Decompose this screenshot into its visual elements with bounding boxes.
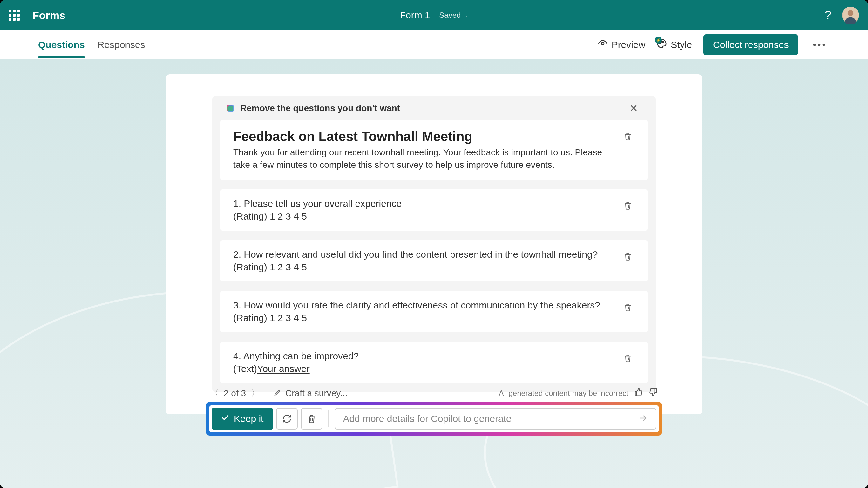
thumbs-up-icon[interactable] (634, 388, 643, 399)
delete-q3-button[interactable] (621, 300, 635, 316)
question-text: 1. Please tell us your overall experienc… (233, 198, 615, 209)
rating-values: 1 2 3 4 5 (270, 211, 307, 221)
prev-icon[interactable]: 〈 (210, 388, 219, 399)
help-icon[interactable]: ? (825, 8, 831, 22)
question-text: 2. How relevant and useful did you find … (233, 249, 615, 260)
form-title: Form 1 (400, 10, 430, 21)
copilot-icon (225, 103, 235, 113)
delete-q2-button[interactable] (621, 249, 635, 265)
rating-values: 1 2 3 4 5 (270, 262, 307, 272)
copilot-panel: Remove the questions you don't want ✕ Fe… (212, 96, 656, 392)
more-icon[interactable]: ••• (810, 39, 830, 50)
answer-placeholder: Your answer (257, 363, 310, 374)
check-icon (221, 413, 229, 424)
preview-button[interactable]: Preview (598, 38, 646, 51)
ai-disclaimer: AI-generated content may be incorrect (499, 389, 628, 398)
app-name: Forms (32, 9, 65, 22)
delete-q4-button[interactable] (621, 351, 635, 367)
svg-point-6 (663, 41, 664, 42)
svg-point-1 (848, 10, 854, 16)
svg-point-3 (601, 42, 604, 45)
app-launcher-icon[interactable] (9, 10, 20, 21)
app-header: Forms Form 1 - Saved ⌄ ? (0, 0, 868, 30)
question-text: 4. Anything can be improved? (233, 351, 615, 362)
form-title-block[interactable]: Feedback on Latest Townhall Meeting Than… (220, 120, 648, 180)
survey-description: Thank you for attending our recent townh… (233, 146, 608, 171)
eye-icon (598, 38, 608, 51)
form-card: Remove the questions you don't want ✕ Fe… (166, 74, 702, 414)
divider (328, 410, 329, 427)
copilot-instruction: Remove the questions you don't want (240, 103, 400, 114)
craft-survey-button[interactable]: Craft a survey... (274, 388, 348, 398)
delete-q1-button[interactable] (621, 198, 635, 214)
pencil-icon (274, 388, 281, 398)
close-icon[interactable]: ✕ (629, 102, 638, 114)
question-text: 3. How would you rate the clarity and ef… (233, 300, 615, 311)
question-1[interactable]: 1. Please tell us your overall experienc… (220, 189, 648, 231)
chevron-down-icon[interactable]: ⌄ (463, 12, 468, 19)
question-4[interactable]: 4. Anything can be improved? (Text)Your … (220, 342, 648, 383)
discard-button[interactable] (301, 408, 322, 430)
regenerate-button[interactable] (276, 408, 298, 430)
question-3[interactable]: 3. How would you rate the clarity and ef… (220, 291, 648, 332)
form-title-group[interactable]: Form 1 - Saved ⌄ (400, 10, 468, 21)
copilot-text-field[interactable] (343, 413, 638, 424)
send-icon[interactable] (638, 413, 648, 424)
copilot-input[interactable] (335, 408, 656, 430)
palette-icon: ⚡ (657, 38, 667, 51)
style-button[interactable]: ⚡ Style (657, 38, 692, 51)
pager-row: 〈 2 of 3 〉 Craft a survey... AI-generate… (206, 388, 662, 402)
tab-questions[interactable]: Questions (38, 32, 85, 58)
rating-values: 1 2 3 4 5 (270, 313, 307, 323)
saved-status: - Saved ⌄ (435, 11, 468, 20)
body-area: Remove the questions you don't want ✕ Fe… (0, 59, 868, 488)
keep-it-button[interactable]: Keep it (212, 407, 273, 430)
avatar[interactable] (842, 7, 859, 24)
delete-title-button[interactable] (621, 129, 635, 145)
survey-title: Feedback on Latest Townhall Meeting (233, 129, 615, 144)
question-2[interactable]: 2. How relevant and useful did you find … (220, 240, 648, 281)
tab-responses[interactable]: Responses (97, 32, 145, 58)
sub-header: Questions Responses Preview ⚡ Style Coll… (0, 30, 868, 59)
copilot-action-bar: Keep it (206, 402, 662, 435)
thumbs-down-icon[interactable] (649, 388, 658, 399)
pager-position: 2 of 3 (224, 388, 246, 398)
next-icon[interactable]: 〉 (251, 388, 259, 399)
collect-responses-button[interactable]: Collect responses (704, 34, 798, 55)
